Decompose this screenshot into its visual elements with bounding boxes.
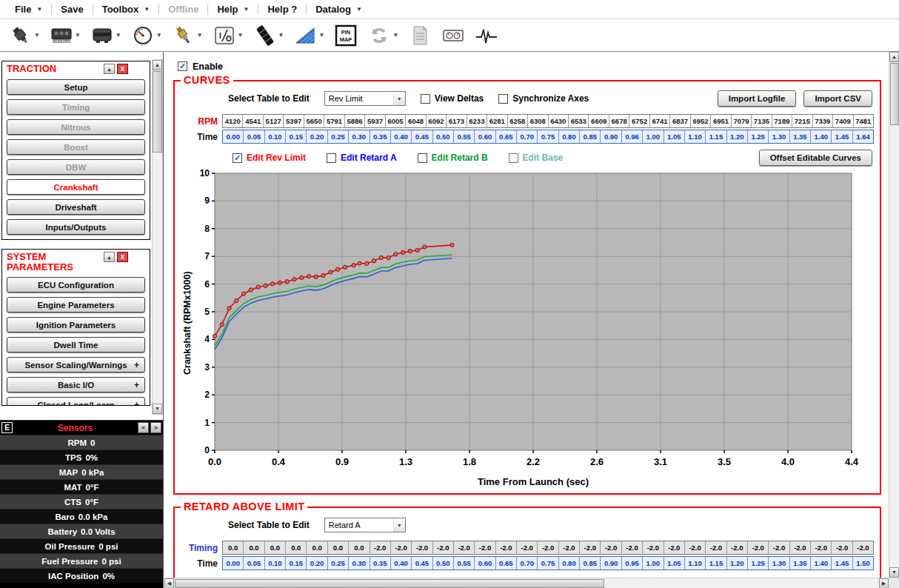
table-cell[interactable]: -2.0 [642,541,663,554]
table-cell[interactable]: 7481 [853,115,873,127]
table-cell[interactable]: 0.10 [264,557,285,569]
table-cell[interactable]: 0.15 [285,130,306,143]
menu-help[interactable]: Help ? [258,1,306,17]
table-cell[interactable]: -2.0 [432,541,453,554]
sidebar-item-boost[interactable]: Boost [7,139,145,155]
table-cell[interactable]: 0.45 [411,557,432,569]
table-cell[interactable]: 1.35 [789,130,810,143]
table-cell[interactable]: -2.0 [810,541,831,554]
table-cell[interactable]: 7215 [792,115,812,127]
table-cell[interactable]: 5937 [364,115,384,127]
table-cell[interactable]: 0.20 [306,557,327,569]
table-cell[interactable]: 0.85 [579,557,600,569]
sensors-prev-button[interactable]: < [138,422,149,433]
table-cell[interactable]: 0.90 [600,557,621,569]
menu-save[interactable]: Save [52,1,92,17]
table-cell[interactable]: 6233 [467,115,487,127]
table-cell[interactable]: 0.50 [432,557,453,569]
sidebar-item-nitrous[interactable]: Nitrous [7,119,145,135]
tool-waveform[interactable] [473,22,500,49]
table-cell[interactable]: 4120 [223,115,242,127]
sidebar-item-sensor-scaling-warnings[interactable]: Sensor Scaling/Warnings+ [7,357,145,372]
table-cell[interactable]: 0.70 [516,557,537,569]
table-cell[interactable]: -2.0 [474,541,495,554]
table-cell[interactable]: 1.64 [852,130,873,143]
scrollbar-thumb[interactable] [175,579,604,588]
table-cell[interactable]: 6752 [629,115,649,127]
table-cell[interactable]: 0.40 [390,557,411,569]
table-cell[interactable]: -2.0 [747,541,768,554]
table-cell[interactable]: 1.00 [642,130,663,143]
table-cell[interactable]: 0.85 [579,130,600,143]
table-cell[interactable]: 1.25 [747,130,768,143]
collapse-button[interactable]: ▲ [104,252,115,262]
table-cell[interactable]: 1.45 [831,130,852,143]
menu-datalog[interactable]: Datalog▼ [307,1,371,17]
table-cell[interactable]: 0.45 [411,130,432,143]
import-logfile-button[interactable]: Import Logfile [718,90,797,107]
tool-notes[interactable] [407,22,433,49]
tool-ecu-module[interactable]: ▼ [89,22,123,49]
tool-sensors-module[interactable]: SENSORS▼ [48,22,82,49]
checkbox-icon[interactable] [509,153,518,163]
table-cell[interactable]: 1.15 [705,557,726,569]
table-cell[interactable]: 1.50 [852,557,873,569]
table-cell[interactable]: 6258 [507,115,527,127]
table-cell[interactable]: 0.0 [306,541,327,554]
horizontal-scrollbar[interactable]: ◀ ▶ [164,578,889,588]
scrollbar-thumb[interactable] [890,63,899,125]
checkbox-icon[interactable] [418,153,427,163]
table-cell[interactable]: 0.55 [453,557,474,569]
table-cell[interactable]: 0.0 [348,541,369,554]
offset-editable-curves-button[interactable]: Offset Editable Curves [759,150,872,166]
checkbox-icon[interactable] [421,94,430,104]
table-cell[interactable]: 0.95 [621,557,642,569]
edit-check-edit-rev-limit[interactable]: ✓Edit Rev Limit [233,153,306,163]
table-cell[interactable]: 0.0 [223,541,243,554]
table-cell[interactable]: 6952 [690,115,710,127]
menu-help[interactable]: Help▼ [208,1,258,17]
table-cell[interactable]: 4541 [242,115,262,127]
checkbox-icon[interactable] [327,153,336,163]
tool-graph-3d[interactable]: ▼ [292,22,326,49]
table-cell[interactable]: -2.0 [852,541,873,554]
table-cell[interactable]: -2.0 [789,541,810,554]
table-cell[interactable]: -2.0 [495,541,516,554]
table-cell[interactable]: 0.90 [600,130,621,143]
table-cell[interactable]: 0.65 [495,130,516,143]
table-cell[interactable]: 6609 [588,115,608,127]
table-cell[interactable]: -2.0 [664,541,684,554]
table-cell[interactable]: 1.05 [664,130,684,143]
table-cell[interactable]: 0.75 [537,130,558,143]
table-cell[interactable]: -2.0 [705,541,726,554]
sensors-edit-button[interactable]: E [1,422,13,433]
sidebar-item-basic-i-o[interactable]: Basic I/O+ [7,377,145,392]
table-cell[interactable]: 0.0 [327,541,348,554]
table-cell[interactable]: -2.0 [390,541,411,554]
table-cell[interactable]: 0.25 [327,130,348,143]
table-cell[interactable]: 1.10 [684,557,705,569]
table-cell[interactable]: 0.65 [495,557,516,569]
table-cell[interactable]: 7189 [772,115,792,127]
vertical-scrollbar[interactable]: ▲ ▼ [889,52,899,578]
table-cell[interactable]: 6430 [548,115,568,127]
table-cell[interactable]: 0.96 [621,130,642,143]
scroll-right-icon[interactable]: ▶ [879,578,889,588]
table-cell[interactable]: -2.0 [537,541,558,554]
table-cell[interactable]: 6173 [446,115,466,127]
table-cell[interactable]: 0.00 [223,557,243,569]
table-cell[interactable]: 0.50 [432,130,453,143]
sensors-next-button[interactable]: > [150,422,161,433]
table-cell[interactable]: 1.40 [810,557,831,569]
import-csv-button[interactable]: Import CSV [803,90,872,107]
scroll-up-icon[interactable]: ▲ [153,60,162,70]
table-cell[interactable]: 0.00 [223,130,243,143]
table-cell[interactable]: 0.40 [390,130,411,143]
table-cell[interactable]: 7339 [812,115,832,127]
table-cell[interactable]: 1.45 [831,557,852,569]
table-cell[interactable]: -2.0 [453,541,474,554]
table-cell[interactable]: 1.35 [789,557,810,569]
sidebar-item-crankshaft[interactable]: Crankshaft [7,179,145,195]
table-cell[interactable]: 1.30 [768,130,789,143]
chevron-down-icon[interactable]: ▼ [393,518,405,532]
